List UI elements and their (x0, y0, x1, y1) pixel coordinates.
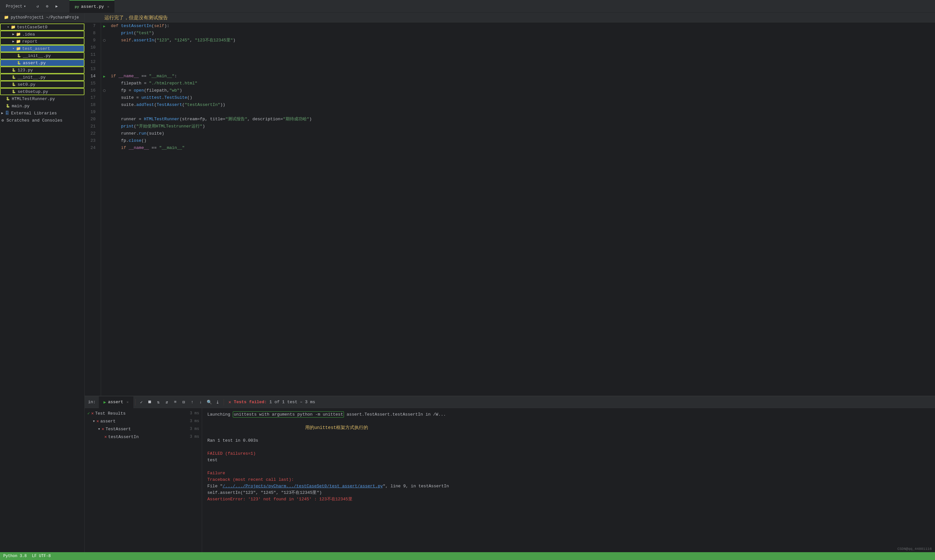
ln-7: 7 (85, 23, 98, 30)
sidebar-item-idea[interactable]: ▶ 📁 .idea (0, 31, 85, 38)
output-traceback-label: Traceback (most recent call last): (208, 477, 930, 483)
sidebar-item-htmltestrunner[interactable]: 🐍 HTMLTestRunner.py (0, 95, 85, 102)
sidebar-item-scratches[interactable]: ⚙ Scratches and Consoles (0, 117, 85, 124)
code-line-19 (111, 109, 935, 116)
filter-btn[interactable]: ≡ (171, 398, 179, 406)
test-tree-item-testassertIn[interactable]: ✕ testAssertIn 3 ms (85, 433, 202, 441)
expand-arrow-testassert: ▾ (98, 426, 100, 432)
test-tree-item-root[interactable]: ✓ ✕ Test Results 3 ms (85, 409, 202, 417)
top-toolbar: Project ▾ ↺ ⚙ ▶ py assert.py ✕ (0, 0, 935, 13)
annotation-text: 运行完了，但是没有测试报告 (104, 15, 168, 21)
code-line-14: if __name__ == "__main__": (111, 73, 935, 80)
project-dropdown[interactable]: Project ▾ (3, 3, 29, 10)
breakpoint-9[interactable] (103, 39, 106, 42)
panel-tab-close[interactable]: ✕ (126, 400, 129, 404)
code-line-13 (111, 66, 935, 73)
folder-root-icon: 📁 (4, 15, 9, 20)
code-line-8: print("test") (111, 30, 935, 37)
ln-17: 17 (85, 94, 98, 102)
sidebar-item-report[interactable]: ▶ 📁 report (0, 38, 85, 45)
tree-label-init2-py: __init__.py (18, 75, 46, 80)
output-file-line: File "/.../.../Projects/pyCharm.../testC… (208, 483, 930, 489)
sidebar-item-123py[interactable]: 🐍 123.py (0, 66, 85, 74)
gutter-11 (101, 51, 108, 58)
main-content: 📁 pythonProject1 ~/PycharmProje ▾ 📁 test… (0, 13, 935, 552)
py-file-icon: py (75, 5, 79, 9)
ln-21: 21 (85, 123, 98, 130)
gutter-7: ▶ (101, 23, 108, 30)
launch-cmd: unittests with arguments python -m unitt… (233, 411, 344, 418)
test-duration-assert: 3 ms (190, 419, 199, 423)
test-duration-testassert: 3 ms (190, 427, 199, 431)
code-line-22: runner.run(suite) (111, 130, 935, 137)
file-link[interactable]: /.../.../Projects/pyCharm.../testCaseSet… (223, 484, 383, 489)
tree-label-set0setup: set0setup.py (18, 89, 48, 94)
gutter-9 (101, 37, 108, 44)
build-btn[interactable]: ⚙ (43, 3, 51, 10)
launch-prefix: Launching (208, 412, 233, 417)
folder-icon-report: 📁 (15, 39, 21, 44)
code-line-12 (111, 58, 935, 66)
line-numbers: 7 8 9 10 11 12 13 14 15 16 17 18 19 20 2… (85, 23, 101, 396)
expand-arrow-test-assert: ▾ (11, 46, 15, 51)
search-btn[interactable]: 🔍 (205, 398, 213, 406)
output-test-line: test (208, 457, 930, 463)
sidebar-project-name: pythonProject1 ~/PycharmProje (11, 15, 79, 20)
filter2-btn[interactable]: ⊟ (180, 398, 188, 406)
separator-2 (224, 399, 224, 406)
collapse-arrow-icon-report: ▶ (11, 39, 15, 44)
run-config-btn[interactable]: ▶ (53, 3, 60, 10)
gutter-23 (101, 137, 108, 145)
sidebar-item-set0py[interactable]: 🐍 set0.py (0, 81, 85, 88)
code-editor[interactable]: 7 8 9 10 11 12 13 14 15 16 17 18 19 20 2… (85, 23, 935, 396)
sidebar-item-init-py[interactable]: 🐍 __init__.py (0, 52, 85, 59)
tree-label-set0py: set0.py (18, 82, 35, 87)
sidebar-item-testCaseSet0[interactable]: ▾ 📁 testCaseSet0 (0, 23, 85, 31)
tree-label-external-libs: External Libraries (11, 111, 57, 116)
gutter-13 (101, 66, 108, 73)
code-line-9: self.assertIn("123", "1245", "123不在12345… (111, 37, 935, 44)
sidebar-item-external-libs[interactable]: ▶ 🗄 External Libraries (0, 109, 85, 117)
bottom-panel: in: ▶ assert ✕ ✓ ⏹ ⇅ ⇵ ≡ ⊟ ↑ ↓ (85, 396, 935, 552)
scratches-icon: ⚙ (0, 118, 5, 123)
tab-close-icon[interactable]: ✕ (107, 5, 109, 9)
refresh-btn[interactable]: ↺ (34, 3, 42, 10)
ln-14: 14 (85, 73, 98, 80)
prev-btn[interactable]: ↑ (188, 398, 196, 406)
output-launch-line: Launching unittests with arguments pytho… (208, 411, 930, 418)
sidebar-item-main-py[interactable]: 🐍 main.py (0, 102, 85, 109)
stop-btn[interactable]: ⏹ (146, 398, 154, 406)
sort-alpha-btn[interactable]: ⇅ (155, 398, 162, 406)
output-failure-label: Failure (208, 470, 930, 477)
tree-label-idea: .idea (22, 32, 35, 37)
sort-duration-btn[interactable]: ⇵ (163, 398, 171, 406)
next-btn[interactable]: ↓ (197, 398, 205, 406)
ln-18: 18 (85, 102, 98, 109)
run-arrow-7: ▶ (103, 24, 106, 28)
sidebar-item-init2-py[interactable]: 🐍 __init__.py (0, 74, 85, 81)
tab-assert-py[interactable]: py assert.py ✕ (69, 0, 114, 13)
export-btn[interactable]: ⤓ (214, 398, 222, 406)
code-content[interactable]: def testAssertIn(self): print("test") se… (108, 23, 935, 396)
gutter-14: ▶ (101, 73, 108, 80)
test-tree-item-assert[interactable]: ▾ ✕ assert 3 ms (85, 417, 202, 425)
sidebar-item-test-assert[interactable]: ▾ 📁 test_assert (0, 45, 85, 52)
check-all-btn[interactable]: ✓ (138, 398, 145, 406)
test-status-bar: ✕ Tests failed: 1 of 1 test – 3 ms (229, 399, 315, 405)
sidebar-item-set0setup[interactable]: 🐍 set0setup.py (0, 88, 85, 95)
ln-15: 15 (85, 80, 98, 87)
folder-icon-idea: 📁 (15, 32, 21, 37)
line-col-info: LF UTF-8 (32, 554, 51, 558)
folder-icon: 📁 (11, 25, 15, 30)
test-duration-testassertIn: 3 ms (190, 434, 199, 439)
output-panel: Launching unittests with arguments pytho… (202, 408, 935, 552)
tree-label-123py: 123.py (18, 68, 33, 73)
panel-toolbar: in: ▶ assert ✕ ✓ ⏹ ⇅ ⇵ ≡ ⊟ ↑ ↓ (85, 396, 935, 408)
check-icon-root: ✓ (88, 411, 90, 416)
test-tree-item-testassert[interactable]: ▾ ✕ TestAssert 3 ms (85, 425, 202, 433)
code-line-7: def testAssertIn(self): (111, 23, 935, 30)
panel-tab-assert[interactable]: ▶ assert ✕ (99, 396, 133, 408)
sidebar-item-assert-py[interactable]: 🐍 assert.py (0, 59, 85, 66)
breakpoint-16[interactable] (103, 89, 106, 92)
tree-label-assert-py: assert.py (23, 61, 46, 66)
